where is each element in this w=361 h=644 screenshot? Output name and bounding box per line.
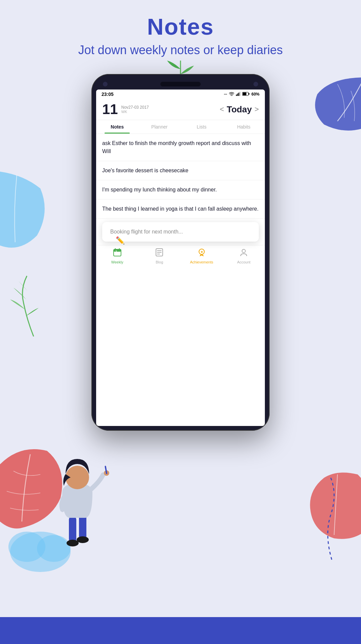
blue-leaf-mid-left	[0, 168, 50, 264]
phone-camera-left	[103, 82, 108, 86]
svg-rect-9	[243, 93, 246, 95]
date-info: Nov27-03 2017 WK	[121, 105, 220, 114]
floating-input-card: Booking flight for next month... ✏️	[102, 222, 259, 242]
page-subtitle: Jot down weekly notes or keep diaries	[0, 43, 361, 57]
svg-rect-4	[236, 95, 237, 96]
nav-blog[interactable]: Blog	[138, 248, 181, 264]
achievements-label: Achievements	[190, 260, 213, 264]
battery-percent: 60%	[251, 92, 259, 97]
input-placeholder-text: Booking flight for next month...	[110, 229, 183, 235]
green-branch-left	[7, 269, 61, 338]
phone-device: 23:05 ···	[91, 74, 270, 431]
svg-rect-5	[237, 94, 238, 96]
svg-rect-12	[114, 249, 121, 252]
today-label: Today	[227, 104, 252, 115]
signal-bars-icon	[236, 92, 241, 97]
weekly-icon: 7	[113, 248, 122, 259]
phone-camera-right	[253, 82, 258, 86]
tab-lists[interactable]: Lists	[180, 120, 223, 134]
account-label: Account	[237, 260, 250, 264]
tab-planner[interactable]: Planner	[138, 120, 181, 134]
tab-notes[interactable]: Notes	[96, 120, 138, 134]
wifi-icon	[229, 92, 234, 97]
date-range: Nov27-03 2017	[121, 105, 220, 110]
svg-rect-10	[248, 93, 249, 95]
svg-point-3	[231, 96, 232, 96]
svg-rect-7	[239, 92, 240, 96]
page-header: Notes Jot down weekly notes or keep diar…	[0, 13, 361, 57]
nav-prev-button[interactable]: <	[220, 105, 224, 114]
note-item-2[interactable]: Joe's favorite dessert is cheesecake	[96, 161, 265, 180]
tab-habits[interactable]: Habits	[223, 120, 265, 134]
nav-today: < Today >	[220, 104, 259, 115]
phone-speaker	[160, 82, 201, 86]
svg-point-26	[77, 536, 89, 543]
signal-dots-icon: ···	[224, 92, 227, 97]
weekly-label: Weekly	[111, 260, 123, 264]
svg-point-25	[67, 540, 79, 546]
phone-screen: 23:05 ···	[96, 90, 265, 426]
svg-rect-6	[238, 93, 239, 96]
nav-account[interactable]: Account	[223, 248, 265, 264]
blog-icon	[155, 248, 164, 259]
dotted-line-right	[321, 474, 341, 577]
note-item-4[interactable]: The best thing I learned in yoga is that…	[96, 200, 265, 219]
person-illustration	[44, 449, 118, 557]
pen-cursor: ✏️	[116, 236, 125, 245]
week-number: 11	[102, 102, 118, 116]
account-icon	[239, 248, 248, 259]
battery-icon	[242, 92, 250, 97]
app-header: 11 Nov27-03 2017 WK < Today >	[96, 99, 265, 120]
nav-next-button[interactable]: >	[254, 105, 259, 114]
svg-rect-23	[69, 516, 76, 543]
phone-top-bar	[96, 79, 265, 90]
bottom-nav: 7 Weekly	[96, 245, 265, 265]
achievements-icon: ★	[197, 248, 206, 259]
note-item-1[interactable]: ask Esther to finish the monthly growth …	[96, 134, 265, 161]
status-icons: ···	[224, 92, 259, 97]
nav-weekly[interactable]: 7 Weekly	[96, 248, 138, 264]
nav-achievements[interactable]: ★ Achievements	[180, 248, 223, 264]
blog-label: Blog	[156, 260, 163, 264]
status-time: 23:05	[102, 92, 114, 97]
app-tabs: Notes Planner Lists Habits	[96, 120, 265, 134]
blue-leaf-top-right	[304, 74, 361, 149]
notes-content: ask Esther to finish the monthly growth …	[96, 134, 265, 242]
status-bar: 23:05 ···	[96, 90, 265, 99]
wk-label: WK	[121, 110, 220, 114]
note-item-3[interactable]: I'm spending my lunch thinking about my …	[96, 180, 265, 200]
bottom-blue-bar	[0, 617, 361, 644]
svg-rect-24	[79, 514, 86, 540]
svg-text:★: ★	[200, 250, 203, 254]
svg-point-22	[242, 249, 245, 253]
page-title: Notes	[0, 13, 361, 40]
